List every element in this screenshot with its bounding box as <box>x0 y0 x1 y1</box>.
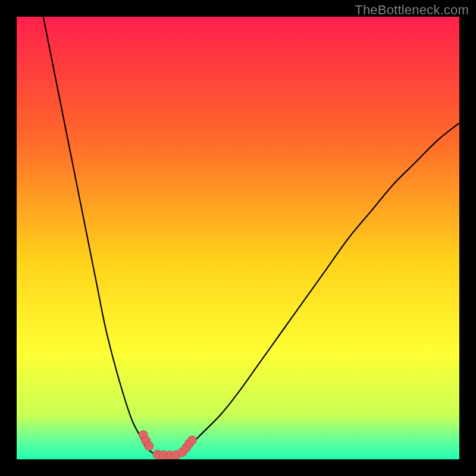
watermark-text: TheBottleneck.com <box>355 2 469 18</box>
curve-marker <box>145 441 154 450</box>
chart-frame <box>17 17 459 459</box>
curve-marker <box>187 436 196 445</box>
plot-svg <box>17 17 459 459</box>
